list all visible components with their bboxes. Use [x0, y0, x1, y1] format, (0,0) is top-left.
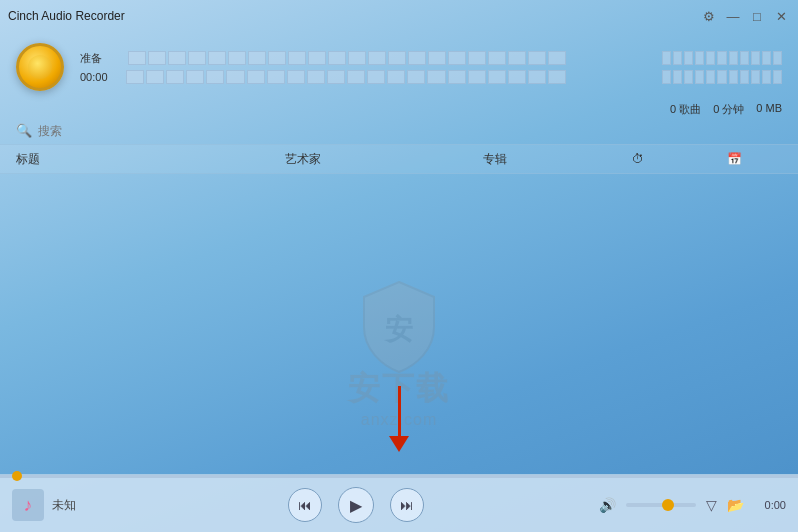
vu-segment [368, 51, 386, 65]
vu-segment [347, 70, 365, 84]
vu-segment [717, 51, 726, 65]
column-headers: 标题 艺术家 专辑 ⏱ 📅 [0, 144, 798, 174]
vu-segment [427, 70, 445, 84]
vu-segment [729, 70, 738, 84]
music-note-icon: ♪ [24, 495, 33, 516]
vu-meter-area: 准备 00:00 [80, 51, 782, 84]
vu-segment [128, 51, 146, 65]
prev-button[interactable]: ⏮ [288, 488, 322, 522]
vu-segment [468, 51, 486, 65]
app-title: Cinch Audio Recorder [8, 9, 125, 23]
search-icon: 🔍 [16, 123, 32, 138]
vu-segment [267, 70, 285, 84]
vu-segment [407, 70, 425, 84]
vu-segment [188, 51, 206, 65]
vu-segment [367, 70, 385, 84]
duration-count: 0 分钟 [713, 102, 744, 117]
vu-segment [695, 70, 704, 84]
search-input[interactable] [38, 124, 188, 138]
vu-segment [287, 70, 305, 84]
vu-segment [228, 51, 246, 65]
track-icon: ♪ [12, 489, 44, 521]
vu-segment [695, 51, 704, 65]
vu-segment [388, 51, 406, 65]
vu-segment [248, 51, 266, 65]
vu-segment [751, 70, 760, 84]
vu-segment [327, 70, 345, 84]
vu-segment [528, 51, 546, 65]
arrow-line [398, 386, 401, 436]
minimize-button[interactable]: — [724, 7, 742, 25]
vu-segment [226, 70, 244, 84]
vu-segment [548, 51, 566, 65]
volume-slider[interactable] [626, 503, 696, 507]
vu-bars-top2 [662, 51, 782, 65]
track-name: 未知 [52, 497, 112, 514]
progress-bar[interactable] [0, 475, 798, 478]
vu-segment [673, 70, 682, 84]
vu-segment [662, 70, 671, 84]
vu-segment [186, 70, 204, 84]
vu-segment [126, 70, 144, 84]
vu-segment [528, 70, 546, 84]
vu-segment [307, 70, 325, 84]
vu-segment [428, 51, 446, 65]
stats-area: 0 歌曲 0 分钟 0 MB [0, 102, 798, 121]
vu-segment [740, 51, 749, 65]
size-count: 0 MB [756, 102, 782, 117]
progress-dot [12, 471, 22, 481]
vu-segment [706, 51, 715, 65]
vu-bars-bottom2 [662, 70, 782, 84]
filter-icon[interactable]: ▽ [706, 497, 717, 513]
vu-segment [488, 51, 506, 65]
vu-segment [247, 70, 265, 84]
volume-knob [662, 499, 674, 511]
vu-bars-top [128, 51, 566, 65]
vu-segment [662, 51, 671, 65]
vu-segment [706, 70, 715, 84]
vu-segment [740, 70, 749, 84]
settings-button[interactable]: ⚙ [700, 7, 718, 25]
vu-segment [729, 51, 738, 65]
vu-segment [166, 70, 184, 84]
vu-segment [308, 51, 326, 65]
vu-segment [168, 51, 186, 65]
watermark-shield-icon: 安 [354, 277, 444, 377]
folder-icon[interactable]: 📂 [727, 497, 744, 513]
search-bar: 🔍 [0, 121, 798, 144]
col-time-icon: ⏱ [591, 152, 687, 166]
vu-segment [684, 70, 693, 84]
record-button[interactable] [16, 43, 64, 91]
vu-bars-bottom [126, 70, 566, 84]
vu-segment [148, 51, 166, 65]
next-button[interactable]: ⏭ [390, 488, 424, 522]
window-controls: ⚙ — □ ✕ [700, 7, 790, 25]
vu-segment [208, 51, 226, 65]
volume-icon[interactable]: 🔊 [599, 497, 616, 513]
player-bar: ♪ 未知 ⏮ ▶ ⏭ 🔊 ▽ 📂 0:00 [0, 474, 798, 532]
maximize-button[interactable]: □ [748, 7, 766, 25]
svg-text:安: 安 [383, 313, 413, 345]
record-time: 00:00 [80, 71, 118, 83]
vu-segment [762, 70, 771, 84]
vu-segment [673, 51, 682, 65]
vu-segment [328, 51, 346, 65]
play-button[interactable]: ▶ [338, 487, 374, 523]
vu-segment [773, 51, 782, 65]
vu-segment [751, 51, 760, 65]
title-bar: Cinch Audio Recorder ⚙ — □ ✕ [0, 0, 798, 32]
songs-count: 0 歌曲 [670, 102, 701, 117]
close-button[interactable]: ✕ [772, 7, 790, 25]
vu-segment [508, 70, 526, 84]
playback-time: 0:00 [752, 499, 786, 511]
vu-segment [684, 51, 693, 65]
top-area: 准备 00:00 [0, 32, 798, 102]
player-controls: ♪ 未知 ⏮ ▶ ⏭ 🔊 ▽ 📂 0:00 [0, 478, 798, 532]
vu-segment [146, 70, 164, 84]
col-date-icon: 📅 [686, 152, 782, 166]
vu-segment [448, 51, 466, 65]
vu-row-bottom: 00:00 [80, 70, 782, 84]
vu-segment [268, 51, 286, 65]
arrow-indicator [389, 386, 409, 452]
vu-segment [548, 70, 566, 84]
